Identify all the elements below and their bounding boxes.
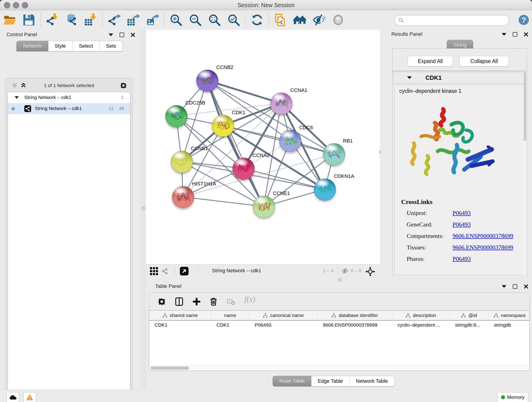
panel-menu-icon[interactable]: [109, 33, 113, 36]
tab-edge-table[interactable]: Edge Table: [311, 376, 350, 386]
string-houses-icon[interactable]: [293, 13, 306, 26]
panel-float-icon[interactable]: [513, 284, 517, 289]
network-node-cdkn1a[interactable]: [314, 179, 336, 201]
delete-column-trash-icon[interactable]: [209, 297, 218, 306]
selection-status: 1 of 1 Network selected: [5, 83, 133, 88]
table-cell-database-identifier[interactable]: 9606.ENSP00000378699: [317, 321, 392, 329]
string-sphere-icon[interactable]: [332, 13, 345, 26]
import-network-icon[interactable]: [46, 13, 59, 26]
tab-sets[interactable]: Sets: [100, 41, 123, 51]
crosslink-link[interactable]: 9606.ENSP00000378699: [452, 233, 513, 240]
network-node-ccna1[interactable]: [270, 93, 292, 115]
tab-select[interactable]: Select: [73, 41, 100, 51]
panel-close-icon[interactable]: [524, 32, 528, 37]
table-cell-id[interactable]: stringdb:9...: [450, 321, 488, 329]
grid-view-icon[interactable]: [150, 267, 158, 276]
gene-section-header[interactable]: CDK1: [393, 72, 526, 84]
application-window: Session: New Session ? Control Panel: [0, 0, 532, 402]
tree-expand-icon[interactable]: [15, 96, 19, 99]
section-collapse-icon[interactable]: [407, 76, 412, 79]
export-table-icon[interactable]: [127, 13, 140, 26]
tab-style[interactable]: Style: [48, 41, 73, 51]
search-input[interactable]: [407, 16, 506, 24]
column-header-database-identifier[interactable]: database identifier: [317, 311, 392, 320]
network-canvas[interactable]: CCNB2CCNA1CDC25BCDK1CDC6RB1CCNB1CCNA2CDK…: [146, 30, 380, 264]
gear-icon[interactable]: [120, 82, 127, 90]
string-documents-icon[interactable]: [274, 13, 287, 26]
tab-node-table[interactable]: Node Table: [273, 376, 311, 386]
function-builder-icon-disabled: f(x): [244, 295, 255, 304]
string-eye-slash-icon[interactable]: [312, 13, 325, 26]
window-titlebar[interactable]: Session: New Session: [0, 0, 532, 10]
network-node-hist1h1a[interactable]: [172, 186, 194, 208]
column-header-name[interactable]: name: [211, 311, 249, 320]
network-node-ccnb2[interactable]: [196, 70, 218, 92]
network-node-cdc6[interactable]: [279, 130, 301, 152]
import-network-database-icon[interactable]: [65, 13, 78, 26]
panel-menu-icon[interactable]: [502, 285, 506, 288]
crosslink-link[interactable]: P06493: [452, 255, 471, 262]
tab-network[interactable]: Network: [17, 41, 48, 51]
search-field[interactable]: [394, 15, 509, 26]
status-bar: Memory: [0, 390, 532, 402]
table-hscrollbar[interactable]: [149, 365, 530, 370]
panel-float-icon[interactable]: [513, 32, 517, 37]
collapse-all-button[interactable]: Collapse All: [459, 56, 509, 66]
add-column-icon[interactable]: [192, 297, 201, 306]
warning-button[interactable]: [23, 392, 36, 402]
import-table-icon[interactable]: [84, 13, 97, 26]
network-node-cdc25b[interactable]: [165, 105, 187, 127]
help-button[interactable]: ?: [518, 14, 529, 26]
tree-attribute-icon: [263, 313, 268, 318]
node-table[interactable]: shared namenamecanonical namedatabase id…: [149, 310, 530, 371]
export-image-icon[interactable]: [146, 13, 159, 26]
table-cell-description[interactable]: cyclin–dependent ...: [392, 321, 450, 329]
results-scrollbar[interactable]: [524, 72, 526, 276]
crosslink-link[interactable]: 9606.ENSP00000378699: [452, 244, 513, 251]
table-cell-namespace[interactable]: stringdb: [488, 321, 530, 329]
column-header-id[interactable]: @id: [450, 311, 489, 320]
vertical-splitter-left[interactable]: [140, 30, 146, 388]
table-settings-gear-icon[interactable]: [157, 297, 166, 306]
table-cell-shared-name[interactable]: CDK1: [149, 321, 211, 329]
save-session-icon[interactable]: [22, 13, 35, 26]
network-node-ccne1[interactable]: [253, 196, 275, 218]
cloud-button[interactable]: [6, 392, 19, 402]
expand-all-button[interactable]: Expand All: [408, 56, 453, 66]
column-header-canonical-name[interactable]: canonical name: [249, 311, 317, 320]
column-header-description[interactable]: description: [392, 311, 450, 320]
network-node-ccnb1[interactable]: [171, 151, 193, 173]
zoom-fit-icon[interactable]: [208, 13, 221, 26]
column-header-namespace[interactable]: namespace: [488, 311, 530, 320]
export-network-icon[interactable]: [108, 13, 120, 26]
table-cell-canonical-name[interactable]: P06493: [249, 321, 317, 329]
panel-close-icon[interactable]: [524, 284, 528, 289]
network-node-cdk1[interactable]: [212, 115, 234, 137]
panel-float-icon[interactable]: [120, 32, 124, 37]
panel-close-icon[interactable]: [131, 32, 135, 37]
crosslinks-title: CrossLinks: [401, 198, 432, 206]
refresh-network-icon[interactable]: [251, 13, 264, 26]
birdseye-view-icon[interactable]: [180, 267, 189, 276]
share-view-icon[interactable]: [161, 267, 169, 276]
zoom-out-icon[interactable]: [189, 13, 202, 26]
network-node-ccna2[interactable]: [233, 158, 254, 180]
show-columns-icon[interactable]: [175, 297, 184, 306]
column-header-shared-name[interactable]: shared name: [149, 311, 211, 320]
crosslink-link[interactable]: P06493: [452, 221, 471, 228]
fit-content-icon[interactable]: [365, 267, 375, 277]
horizontal-splitter[interactable]: [146, 277, 532, 282]
open-session-icon[interactable]: [3, 13, 16, 26]
zoom-in-icon[interactable]: [170, 13, 182, 26]
memory-button[interactable]: Memory: [497, 392, 528, 402]
zoom-selected-icon[interactable]: [227, 13, 240, 26]
results-gene-tree: CDK1 cyclin–dependent kinase 1: [392, 71, 527, 278]
network-collection-row[interactable]: String Network – cdk1 1: [8, 92, 130, 103]
panel-menu-icon[interactable]: [502, 33, 506, 36]
toolbar-separator: [245, 13, 246, 27]
table-cell-name[interactable]: CDK1: [211, 321, 249, 329]
crosslink-link[interactable]: P06493: [452, 210, 471, 217]
network-row-selected[interactable]: String Network – cdk1 11 48: [8, 103, 130, 114]
tab-network-table[interactable]: Network Table: [350, 376, 394, 386]
network-node-rb1[interactable]: [323, 143, 345, 165]
